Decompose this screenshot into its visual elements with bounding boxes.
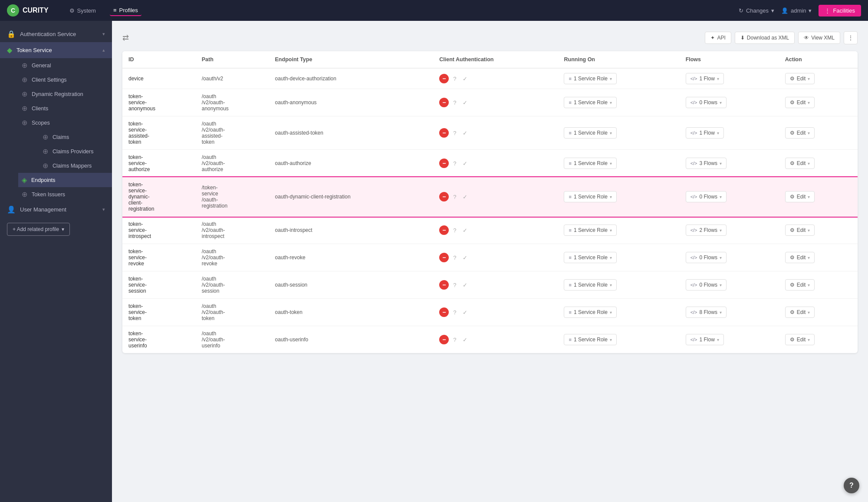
flows-button[interactable]: </> 0 Flows ▾ — [686, 279, 727, 291]
facilities-button[interactable]: ⋮ Facilities — [819, 5, 861, 17]
auth-question-button[interactable]: ? — [451, 159, 458, 168]
auth-disable-button[interactable]: − — [439, 307, 449, 317]
service-role-button[interactable]: ≡ 1 Service Role ▾ — [564, 252, 616, 263]
gear-icon: ⚙ — [790, 227, 795, 233]
service-role-button[interactable]: ≡ 1 Service Role ▾ — [564, 127, 616, 139]
service-role-arrow-icon: ▾ — [610, 161, 612, 166]
sidebar-item-authentication-service[interactable]: 🔒 Authentication Service ▾ — [0, 26, 112, 42]
flows-button[interactable]: </> 3 Flows ▾ — [686, 158, 727, 169]
auth-check-button[interactable]: ✓ — [461, 226, 469, 234]
auth-disable-button[interactable]: − — [439, 128, 449, 138]
edit-button[interactable]: ⚙ Edit ▾ — [785, 158, 815, 169]
auth-service-arrow-icon: ▾ — [102, 31, 105, 37]
edit-button[interactable]: ⚙ Edit ▾ — [785, 252, 815, 263]
edit-button[interactable]: ⚙ Edit ▾ — [785, 191, 815, 202]
auth-check-button[interactable]: ✓ — [461, 75, 469, 83]
flows-button[interactable]: </> 1 Flow ▾ — [686, 73, 724, 84]
service-role-button[interactable]: ≡ 1 Service Role ▾ — [564, 225, 616, 236]
edit-button[interactable]: ⚙ Edit ▾ — [785, 307, 815, 318]
edit-button[interactable]: ⚙ Edit ▾ — [785, 127, 815, 139]
auth-disable-button[interactable]: − — [439, 98, 449, 107]
service-role-button[interactable]: ≡ 1 Service Role ▾ — [564, 334, 616, 345]
auth-question-button[interactable]: ? — [451, 193, 458, 201]
service-role-button[interactable]: ≡ 1 Service Role ▾ — [564, 279, 616, 291]
sidebar-item-token-service[interactable]: ◆ Token Service ▴ — [0, 42, 112, 58]
service-role-button[interactable]: ≡ 1 Service Role ▾ — [564, 73, 616, 84]
endpoints-table-container: ID Path Endpoint Type Client Authenticat… — [122, 51, 858, 353]
auth-disable-button[interactable]: − — [439, 74, 449, 83]
flows-button[interactable]: </> 0 Flows ▾ — [686, 252, 727, 263]
nav-item-system[interactable]: ⚙ System — [66, 6, 99, 16]
admin-button[interactable]: 👤 admin ▾ — [781, 7, 812, 14]
auth-check-button[interactable]: ✓ — [461, 336, 469, 344]
auth-disable-button[interactable]: − — [439, 192, 449, 201]
sidebar-item-claims-providers[interactable]: ⊕ Claims Providers — [18, 144, 112, 159]
sidebar-item-client-settings[interactable]: ⊕ Client Settings — [18, 73, 112, 87]
auth-disable-button[interactable]: − — [439, 280, 449, 290]
auth-question-button[interactable]: ? — [451, 75, 458, 83]
auth-check-button[interactable]: ✓ — [461, 159, 469, 168]
sidebar-item-token-issuers[interactable]: ⊕ Token Issuers — [18, 187, 112, 201]
view-xml-button[interactable]: 👁 View XML — [798, 32, 840, 44]
auth-question-button[interactable]: ? — [451, 129, 458, 137]
auth-check-button[interactable]: ✓ — [461, 193, 469, 201]
sidebar-item-claims-mappers[interactable]: ⊕ Claims Mappers — [18, 159, 112, 173]
auth-question-button[interactable]: ? — [451, 254, 458, 262]
edit-button[interactable]: ⚙ Edit ▾ — [785, 73, 815, 84]
logo[interactable]: C CURITY — [7, 4, 49, 17]
auth-question-button[interactable]: ? — [451, 336, 458, 344]
download-xml-button[interactable]: ⬇ Download as XML — [735, 32, 795, 44]
endpoints-icon: ◈ — [22, 176, 27, 184]
auth-check-button[interactable]: ✓ — [461, 308, 469, 317]
nav-item-profiles[interactable]: ≡ Profiles — [110, 5, 141, 16]
flows-button[interactable]: </> 8 Flows ▾ — [686, 307, 727, 318]
api-button[interactable]: ✦ API — [705, 32, 731, 44]
table-row: token- service- dynamic- client- registr… — [122, 177, 858, 217]
more-options-button[interactable]: ⋮ — [844, 31, 858, 44]
sidebar-item-claims[interactable]: ⊕ Claims — [18, 130, 112, 144]
sidebar-item-dynamic-registration[interactable]: ⊕ Dynamic Registration — [18, 87, 112, 101]
sidebar-item-scopes[interactable]: ⊕ Scopes — [18, 116, 112, 130]
auth-disable-button[interactable]: − — [439, 225, 449, 235]
edit-button[interactable]: ⚙ Edit ▾ — [785, 97, 815, 108]
cell-id: device — [122, 68, 196, 89]
auth-question-button[interactable]: ? — [451, 99, 458, 107]
help-button[interactable]: ? — [844, 478, 859, 493]
auth-check-button[interactable]: ✓ — [461, 129, 469, 137]
auth-question-button[interactable]: ? — [451, 308, 458, 317]
flows-button[interactable]: </> 1 Flow ▾ — [686, 334, 724, 345]
service-role-button[interactable]: ≡ 1 Service Role ▾ — [564, 307, 616, 318]
share-icon[interactable]: ⇄ — [122, 33, 129, 43]
gear-icon: ⚙ — [790, 194, 795, 200]
sidebar-item-endpoints[interactable]: ◈ Endpoints — [18, 173, 112, 187]
auth-question-button[interactable]: ? — [451, 281, 458, 289]
auth-disable-button[interactable]: − — [439, 335, 449, 344]
auth-check-button[interactable]: ✓ — [461, 99, 469, 107]
flows-button[interactable]: </> 2 Flows ▾ — [686, 225, 727, 236]
flows-label: 0 Flows — [700, 194, 717, 200]
auth-question-button[interactable]: ? — [451, 226, 458, 234]
auth-check-button[interactable]: ✓ — [461, 281, 469, 289]
flows-button[interactable]: </> 0 Flows ▾ — [686, 97, 727, 108]
add-related-profile-button[interactable]: + Add related profile ▾ — [7, 223, 70, 236]
flows-button[interactable]: </> 0 Flows ▾ — [686, 191, 727, 202]
service-role-button[interactable]: ≡ 1 Service Role ▾ — [564, 97, 616, 108]
service-role-button[interactable]: ≡ 1 Service Role ▾ — [564, 191, 616, 202]
changes-button[interactable]: ↻ Changes ▾ — [739, 7, 774, 14]
flows-icon: </> — [690, 310, 697, 315]
auth-disable-button[interactable]: − — [439, 253, 449, 262]
edit-button[interactable]: ⚙ Edit ▾ — [785, 279, 815, 291]
auth-check-button[interactable]: ✓ — [461, 254, 469, 262]
cell-endpoint-type: oauth-revoke — [269, 244, 434, 271]
sidebar-item-general[interactable]: ⊕ General — [18, 58, 112, 73]
service-role-button[interactable]: ≡ 1 Service Role ▾ — [564, 158, 616, 169]
sidebar-label-dynamic-registration: Dynamic Registration — [32, 91, 83, 97]
sidebar-item-clients[interactable]: ⊕ Clients — [18, 101, 112, 116]
service-role-arrow-icon: ▾ — [610, 337, 612, 342]
sidebar-item-user-management[interactable]: 👤 User Management ▾ — [0, 201, 112, 218]
table-row: token- service- anonymous/oauth /v2/oaut… — [122, 89, 858, 116]
edit-button[interactable]: ⚙ Edit ▾ — [785, 334, 815, 345]
flows-button[interactable]: </> 1 Flow ▾ — [686, 127, 724, 139]
auth-disable-button[interactable]: − — [439, 159, 449, 168]
edit-button[interactable]: ⚙ Edit ▾ — [785, 225, 815, 236]
